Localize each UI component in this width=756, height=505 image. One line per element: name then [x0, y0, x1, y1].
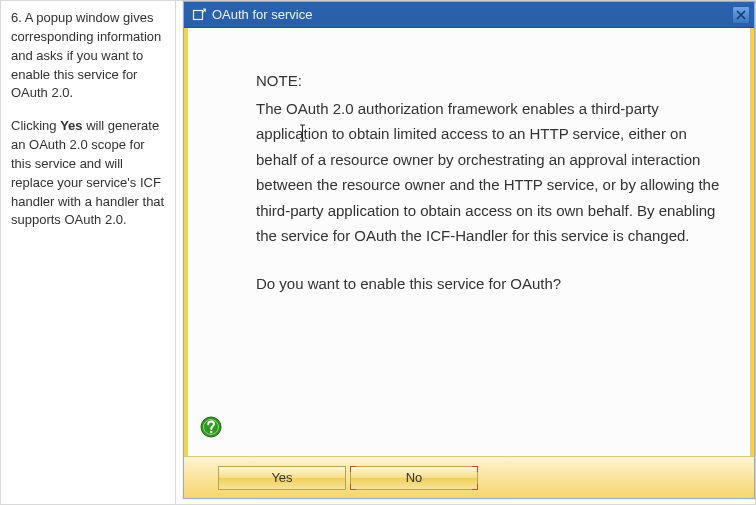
focus-corner	[350, 466, 356, 472]
dialog-body-inner: NOTE: The OAuth 2.0 authorization framew…	[188, 28, 750, 306]
svg-rect-0	[194, 10, 203, 19]
yes-button[interactable]: Yes	[218, 466, 346, 490]
dialog-titlebar[interactable]: OAuth for service	[184, 2, 754, 28]
close-icon	[736, 10, 746, 20]
instruction-sidebar: 6. A popup window gives corresponding in…	[1, 1, 176, 504]
text-bold: Yes	[60, 118, 82, 133]
oauth-dialog: OAuth for service NOTE: The OAuth 2.0 au…	[183, 1, 755, 499]
dialog-icon	[192, 8, 206, 22]
focus-corner	[472, 484, 478, 490]
question-icon	[200, 416, 222, 438]
focus-corner	[472, 466, 478, 472]
button-label: No	[406, 470, 423, 485]
text-cursor	[299, 124, 300, 142]
confirm-question: Do you want to enable this service for O…	[256, 271, 722, 297]
text: Clicking	[11, 118, 60, 133]
instruction-yes-effect: Clicking Yes will generate an OAuth 2.0 …	[11, 117, 165, 230]
close-button[interactable]	[732, 6, 750, 24]
instruction-step-6: 6. A popup window gives corresponding in…	[11, 9, 165, 103]
text: will generate an OAuth 2.0 scope for thi…	[11, 118, 164, 227]
dialog-body: NOTE: The OAuth 2.0 authorization framew…	[184, 28, 754, 456]
dialog-title: OAuth for service	[212, 7, 732, 22]
note-label: NOTE:	[256, 68, 722, 94]
note-text: The OAuth 2.0 authorization framework en…	[256, 96, 722, 249]
page-root: 6. A popup window gives corresponding in…	[0, 0, 756, 505]
dialog-footer: Yes No	[184, 456, 754, 498]
no-button[interactable]: No	[350, 466, 478, 490]
svg-point-4	[210, 431, 213, 434]
focus-corner	[350, 484, 356, 490]
dialog-area: OAuth for service NOTE: The OAuth 2.0 au…	[176, 1, 755, 504]
